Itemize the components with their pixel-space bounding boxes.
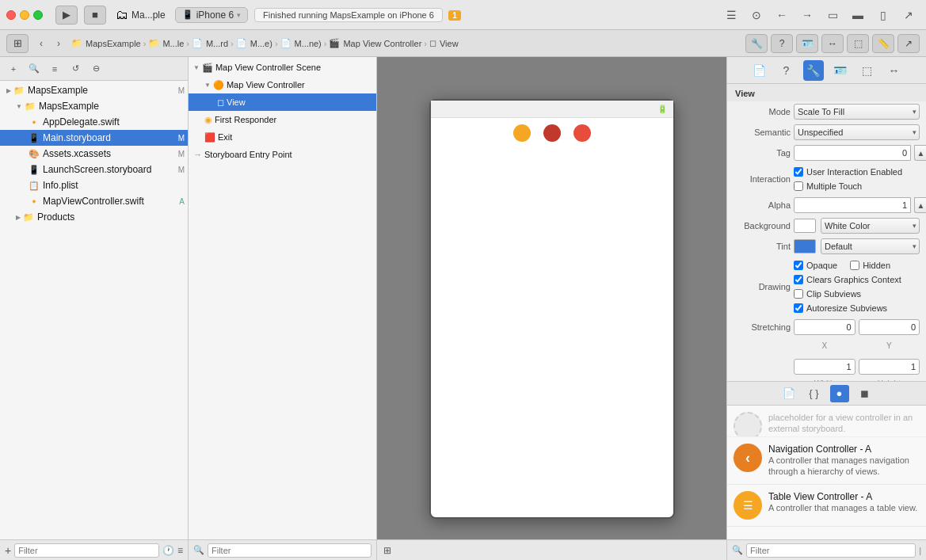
autoresize-checkbox[interactable] xyxy=(794,303,803,313)
clip-subviews-checkbox[interactable] xyxy=(794,289,803,299)
user-interaction-row: User Interaction Enabled xyxy=(794,166,902,178)
connections-btn[interactable]: ↔ xyxy=(821,34,844,53)
breadcrumb-forward[interactable]: › xyxy=(51,36,67,51)
scene-tree: ▼ 🎬 Map View Controller Scene ▼ 🟠 Map Vi… xyxy=(189,57,376,539)
plus-icon[interactable]: + xyxy=(5,544,11,557)
run-button[interactable]: ▶ xyxy=(55,6,78,25)
tree-root[interactable]: ▶ 📁 MapsExample M xyxy=(0,82,188,98)
refresh-nav-btn[interactable]: ↺ xyxy=(67,61,84,77)
semantic-select[interactable]: Unspecified xyxy=(794,124,920,140)
alpha-increment[interactable]: ▲ xyxy=(914,197,926,213)
device-selector[interactable]: 📱 iPhone 6 ▾ xyxy=(175,7,248,23)
rulers-btn[interactable]: 📏 xyxy=(872,34,894,53)
lib-file-icon[interactable]: 📄 xyxy=(779,385,798,402)
attributes-inspector-btn[interactable]: 🔧 xyxy=(745,34,768,53)
scene-exit[interactable]: 🟥 Exit xyxy=(189,128,376,146)
tag-increment[interactable]: ▲ xyxy=(914,145,926,161)
scene-map-view-controller-scene[interactable]: ▼ 🎬 Map View Controller Scene xyxy=(189,59,376,76)
tree-appdelegate[interactable]: 🔸 AppDelegate.swift xyxy=(0,114,188,130)
tree-main-storyboard[interactable]: 📱 Main.storyboard M xyxy=(0,130,188,146)
maximize-button[interactable] xyxy=(33,10,43,20)
tint-select[interactable]: Default xyxy=(821,238,920,254)
file-filter-input[interactable] xyxy=(14,543,159,558)
placeholder-text: placeholder for a view controller in an … xyxy=(768,412,920,435)
file-inspector-icon[interactable]: 📄 xyxy=(749,60,770,81)
breadcrumb: 📁 MapsExample › 📁 M...le › 📄 M...rd › 📄 … xyxy=(71,38,459,48)
close-button[interactable] xyxy=(6,10,16,20)
bc-view[interactable]: View xyxy=(440,39,459,48)
bc-map-view-controller[interactable]: Map View Controller xyxy=(343,39,421,48)
user-interaction-checkbox[interactable] xyxy=(794,167,803,177)
nav-controller-text: Navigation Controller - A A controller t… xyxy=(768,444,920,478)
width-input[interactable] xyxy=(794,359,856,375)
quick-help-btn[interactable]: ? xyxy=(771,34,793,53)
lib-item-placeholder[interactable]: placeholder for a view controller in an … xyxy=(727,406,926,437)
scene-filter-input[interactable] xyxy=(208,543,372,558)
tree-products[interactable]: ▶ 📁 Products xyxy=(0,209,188,225)
stop-button[interactable]: ■ xyxy=(84,6,106,25)
lib-circle-icon[interactable]: ● xyxy=(830,385,849,402)
multiple-touch-checkbox[interactable] xyxy=(794,181,803,191)
tree-mapsexample-group[interactable]: ▼ 📁 MapsExample xyxy=(0,98,188,114)
clock-icon[interactable]: 🕐 xyxy=(162,545,174,556)
tree-infoplist[interactable]: 📋 Info.plist xyxy=(0,177,188,193)
size-inspector-icon[interactable]: ⬚ xyxy=(857,60,878,81)
share-btn2[interactable]: ↗ xyxy=(897,34,920,53)
tree-launchscreen[interactable]: 📱 LaunchScreen.storyboard M xyxy=(0,162,188,177)
stretching-y-input[interactable] xyxy=(859,319,920,335)
scene-view[interactable]: ◻ View xyxy=(189,93,376,111)
lib-bracket-icon[interactable]: { } xyxy=(805,385,824,402)
background-swatch[interactable] xyxy=(794,219,816,233)
canvas-zoom-icon[interactable]: ⊞ xyxy=(383,545,391,556)
forward-icon[interactable]: → xyxy=(796,6,818,25)
identity-inspector-icon[interactable]: 🪪 xyxy=(830,60,851,81)
canvas-area[interactable]: 🔋 ⊞ xyxy=(377,57,726,560)
tree-mapviewcontroller[interactable]: 🔸 MapViewController.swift A xyxy=(0,193,188,209)
bc-mapsexample[interactable]: MapsExample xyxy=(86,39,141,48)
new-file-btn[interactable]: + xyxy=(5,61,22,77)
clears-graphics-checkbox[interactable] xyxy=(794,275,803,284)
minimize-button[interactable] xyxy=(20,10,29,20)
tree-assets[interactable]: 🎨 Assets.xcassets M xyxy=(0,146,188,162)
bc-mile[interactable]: M...le xyxy=(162,39,184,48)
tag-input[interactable] xyxy=(794,145,911,161)
share-icon[interactable]: ↗ xyxy=(897,6,920,25)
background-select[interactable]: White Color xyxy=(821,218,920,234)
connections-inspector-icon[interactable]: ↔ xyxy=(884,60,905,81)
lib-box-icon[interactable]: ◼ xyxy=(856,385,875,402)
lib-item-navigation-controller[interactable]: ‹ Navigation Controller - A A controller… xyxy=(727,437,926,485)
quick-help-icon[interactable]: ? xyxy=(776,60,797,81)
bc-mne[interactable]: M...ne) xyxy=(295,39,322,48)
collapse-nav-btn[interactable]: ⊖ xyxy=(87,61,105,77)
size-inspector-btn[interactable]: ⬚ xyxy=(847,34,869,53)
breadcrumb-back[interactable]: ‹ xyxy=(33,36,49,51)
bc-me[interactable]: M...e) xyxy=(250,39,272,48)
list-icon[interactable]: ≡ xyxy=(177,545,183,556)
lib-item-table-view-controller[interactable]: ☰ Table View Controller - A A controller… xyxy=(727,485,926,527)
hamburger-icon[interactable]: ☰ xyxy=(720,6,742,25)
alpha-input[interactable] xyxy=(794,197,911,213)
opaque-label: Opaque xyxy=(806,261,837,270)
bc-mrd[interactable]: M...rd xyxy=(206,39,228,48)
height-input[interactable] xyxy=(859,359,920,375)
attributes-inspector-icon[interactable]: 🔧 xyxy=(803,60,824,81)
opaque-checkbox[interactable] xyxy=(794,261,803,270)
panel-left-icon[interactable]: ▭ xyxy=(821,6,844,25)
scene-title: Map View Controller Scene xyxy=(215,63,321,72)
stretching-x-input[interactable] xyxy=(794,319,856,335)
library-filter-input[interactable] xyxy=(746,543,916,558)
back-icon[interactable]: ← xyxy=(771,6,793,25)
panel-right-icon[interactable]: ▯ xyxy=(872,6,894,25)
panel-bottom-icon[interactable]: ▬ xyxy=(847,6,869,25)
scene-storyboard-entry[interactable]: → Storyboard Entry Point xyxy=(189,146,376,163)
sort-nav-btn[interactable]: ≡ xyxy=(46,61,63,77)
hidden-checkbox[interactable] xyxy=(850,261,859,270)
grid-icon[interactable]: ⊞ xyxy=(6,34,29,53)
scene-map-view-controller[interactable]: ▼ 🟠 Map View Controller xyxy=(189,76,376,93)
mode-select[interactable]: Scale To Fill xyxy=(794,104,920,120)
activity-icon[interactable]: ⊙ xyxy=(745,6,768,25)
identity-inspector-btn[interactable]: 🪪 xyxy=(796,34,818,53)
scene-first-responder[interactable]: ◉ First Responder xyxy=(189,111,376,128)
tint-swatch[interactable] xyxy=(794,239,816,253)
filter-nav-btn[interactable]: 🔍 xyxy=(25,61,43,77)
